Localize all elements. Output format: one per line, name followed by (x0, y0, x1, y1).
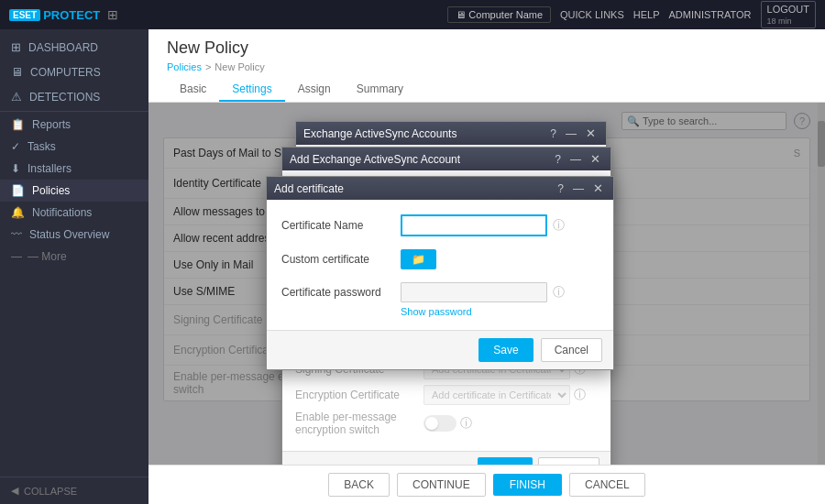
quick-links[interactable]: QUICK LINKS (560, 9, 624, 20)
tab-settings[interactable]: Settings (219, 78, 284, 102)
dialog-add-cert-body: Certificate Name ⓘ Custom certificate 📁 (267, 200, 613, 330)
sidebar-item-reports[interactable]: 📋 Reports (0, 114, 148, 136)
cert-password-input[interactable] (401, 282, 547, 302)
sidebar-item-notifications[interactable]: 🔔 Notifications (0, 202, 148, 224)
collapse-btn[interactable]: ◀ COLLAPSE (0, 477, 148, 504)
monitor-icon: 🖥 (456, 9, 466, 20)
add-account-encryption-row: Encryption Certificate Add certificate i… (295, 385, 598, 405)
cert-password-label: Certificate password (281, 282, 401, 299)
dialog-add-cert-help[interactable]: ? (555, 181, 566, 195)
custom-cert-label: Custom certificate (281, 253, 401, 266)
help-btn[interactable]: HELP (633, 9, 660, 20)
sidebar-item-status-overview[interactable]: 〰 Status Overview (0, 224, 148, 246)
dialog-exchange-help[interactable]: ? (547, 126, 559, 140)
tasks-icon: ✓ (11, 140, 20, 153)
add-account-save-button[interactable]: Save (478, 457, 532, 465)
logo: ESET PROTECT (9, 8, 100, 22)
more-item[interactable]: — — More (0, 246, 148, 268)
status-label: Status Overview (29, 228, 109, 241)
policies-icon: 📄 (11, 184, 25, 197)
detections-label: DETECTIONS (29, 91, 100, 104)
breadcrumb: Policies > New Policy (167, 61, 807, 72)
add-certificate-link[interactable]: Add certificate (293, 463, 363, 465)
add-account-per-message-row: Enable per-message encryption switch ⓘ (295, 411, 598, 436)
computer-display: 🖥 Computer Name (447, 6, 551, 23)
sidebar: ⊞ DASHBOARD 🖥 COMPUTERS ⚠ DETECTIONS 📋 R… (0, 29, 148, 504)
finish-button[interactable]: FINISH (493, 474, 562, 496)
reports-icon: 📋 (11, 118, 25, 131)
continue-button[interactable]: CONTINUE (397, 473, 486, 497)
dialog-add-account-controls: ? — ✕ (552, 152, 603, 166)
computer-name-label: Computer Name (468, 9, 543, 20)
cancel-button[interactable]: CANCEL (569, 473, 645, 497)
computers-label: COMPUTERS (30, 66, 101, 79)
sidebar-item-dashboard[interactable]: ⊞ DASHBOARD (0, 35, 148, 60)
dialog-exchange-close[interactable]: ✕ (583, 126, 599, 140)
sidebar-item-detections[interactable]: ⚠ DETECTIONS (0, 84, 148, 109)
dialog-add-account-footer: Add certificate Save Cancel (282, 451, 610, 465)
sidebar-item-policies[interactable]: 📄 Policies (0, 180, 148, 202)
grid-icon[interactable]: ⊞ (107, 7, 118, 22)
logout-time: 18 min (767, 16, 792, 26)
bottom-bar: BACK CONTINUE FINISH CANCEL (148, 465, 825, 504)
show-password-link-cert[interactable]: Show password (401, 306, 599, 317)
dialog-add-cert-close[interactable]: ✕ (590, 181, 606, 195)
breadcrumb-current: New Policy (214, 61, 264, 72)
cert-name-input[interactable] (401, 214, 547, 236)
notifications-icon: 🔔 (11, 206, 25, 219)
sidebar-item-tasks[interactable]: ✓ Tasks (0, 136, 148, 158)
back-button[interactable]: BACK (328, 473, 390, 497)
cert-name-info[interactable]: ⓘ (553, 217, 565, 234)
cert-cancel-button[interactable]: Cancel (541, 338, 602, 362)
cert-password-info[interactable]: ⓘ (553, 284, 565, 301)
computer-icon: 🖥 (11, 65, 23, 79)
dialog-add-cert-minimize[interactable]: — (570, 181, 587, 195)
add-account-per-message-label: Enable per-message encryption switch (295, 411, 424, 436)
dialog-add-account-title: Add Exchange ActiveSync Account (290, 153, 460, 166)
add-account-per-message-info[interactable]: ⓘ (460, 415, 472, 432)
dashboard-label: DASHBOARD (28, 41, 98, 54)
collapse-icon: ◀ (11, 485, 18, 497)
dialog-add-account-close[interactable]: ✕ (588, 152, 603, 166)
tab-assign[interactable]: Assign (285, 78, 344, 102)
sub-nav: Basic Settings Assign Summary (167, 78, 807, 102)
logout-label: LOGOUT (767, 4, 809, 15)
topbar: ESET PROTECT ⊞ 🖥 Computer Name QUICK LIN… (0, 0, 825, 29)
cert-save-button[interactable]: Save (478, 338, 533, 362)
cert-name-row: Certificate Name ⓘ (281, 214, 599, 236)
add-account-cancel-button[interactable]: Cancel (538, 457, 600, 465)
tasks-label: Tasks (28, 140, 56, 153)
tab-summary[interactable]: Summary (344, 78, 416, 102)
logo-protect: PROTECT (43, 8, 100, 22)
installers-icon: ⬇ (11, 162, 20, 175)
cert-upload-button[interactable]: 📁 (401, 249, 436, 269)
dialog-add-account-minimize[interactable]: — (567, 152, 584, 166)
sidebar-item-installers[interactable]: ⬇ Installers (0, 158, 148, 180)
dialog-exchange-minimize[interactable]: — (563, 126, 579, 140)
page-title: New Policy (167, 38, 248, 57)
dialog-add-cert-title: Add certificate (274, 182, 344, 195)
dialog-add-cert-controls: ? — ✕ (555, 181, 606, 195)
notifications-label: Notifications (32, 206, 92, 219)
tab-basic[interactable]: Basic (167, 78, 219, 102)
dialog-add-cert-footer: Save Cancel (267, 330, 613, 369)
add-account-per-message-toggle[interactable] (424, 415, 456, 432)
warning-icon: ⚠ (11, 90, 22, 104)
add-account-encryption-select[interactable]: Add certificate in Certificate list (424, 385, 570, 405)
breadcrumb-parent[interactable]: Policies (167, 61, 202, 72)
logo-box: ESET (9, 9, 40, 21)
add-account-encryption-info[interactable]: ⓘ (574, 387, 586, 403)
breadcrumb-separator: > (205, 61, 211, 72)
sidebar-item-computers[interactable]: 🖥 COMPUTERS (0, 60, 148, 84)
cert-name-label: Certificate Name (281, 219, 401, 232)
dialog-exchange-controls: ? — ✕ (547, 126, 599, 140)
dashboard-icon: ⊞ (11, 40, 21, 54)
admin-label[interactable]: ADMINISTRATOR (669, 9, 752, 20)
logout-btn[interactable]: LOGOUT 18 min (761, 1, 816, 28)
dialog-add-account-titlebar: Add Exchange ActiveSync Account ? — ✕ (282, 148, 610, 170)
dialog-add-cert: Add certificate ? — ✕ Certificate Name ⓘ (266, 176, 614, 370)
dialog-exchange-title: Exchange ActiveSync Accounts (303, 127, 456, 140)
upload-icon: 📁 (412, 253, 425, 266)
dialog-exchange-titlebar: Exchange ActiveSync Accounts ? — ✕ (296, 122, 606, 145)
dialog-add-account-help[interactable]: ? (552, 152, 564, 166)
